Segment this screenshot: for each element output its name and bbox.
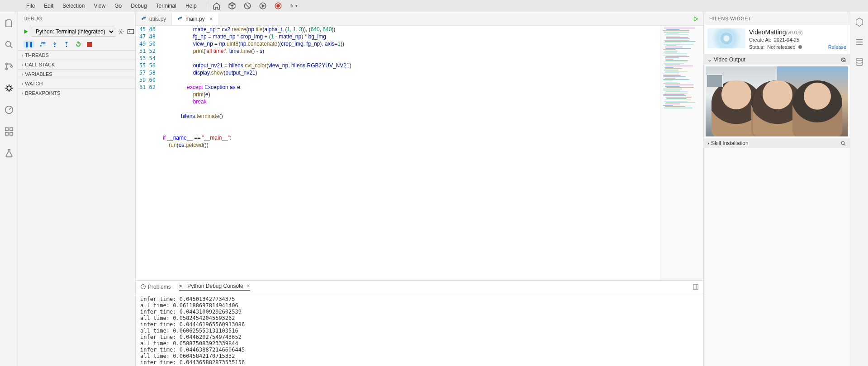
svg-point-21 (179, 17, 180, 18)
section-breakpoints[interactable]: ›BREAKPOINTS (18, 88, 135, 98)
panel-tab-problems[interactable]: Problems (140, 284, 171, 290)
section-watch[interactable]: ›WATCH (18, 79, 135, 88)
tab-main-py[interactable]: main.py× (172, 12, 218, 25)
svg-point-18 (54, 46, 55, 47)
extensions-icon[interactable] (4, 126, 14, 137)
list-icon[interactable] (854, 37, 865, 47)
panel-tab-label: Python Debug Console (187, 283, 243, 289)
section-variables[interactable]: ›VARIABLES (18, 69, 135, 79)
no-debug-icon[interactable] (243, 2, 251, 10)
output-icon[interactable] (127, 29, 134, 34)
reload-icon[interactable] (840, 57, 846, 63)
chevron-right-icon: › (22, 81, 23, 86)
tab-label: utils.py (149, 16, 166, 22)
svg-point-17 (40, 46, 41, 47)
pause-icon[interactable]: ❚❚ (24, 41, 34, 47)
cube-icon[interactable] (228, 2, 236, 10)
menu-go[interactable]: Go (110, 1, 126, 11)
svg-rect-14 (9, 132, 12, 135)
run-icon[interactable] (693, 16, 699, 22)
section-label: CALL STACK (25, 62, 55, 67)
panel-layout-icon[interactable] (693, 284, 699, 290)
git-icon[interactable] (4, 61, 14, 72)
install-section-label: Skill Installation (711, 140, 749, 146)
code-area[interactable]: matte_np = cv2.resize(np.tile(alpha_t, (… (163, 26, 660, 280)
chevron-right-icon: › (22, 62, 23, 67)
gear-dropdown-icon[interactable]: ▾ (289, 2, 298, 10)
play-circle-icon[interactable] (259, 2, 267, 10)
tab-utils-py[interactable]: utils.py (136, 12, 172, 25)
stop-icon[interactable] (87, 42, 92, 47)
created-label: Create At: (749, 36, 771, 43)
console-output[interactable]: infer time: 0.045013427734375 all time: … (136, 293, 703, 366)
editor-column: utils.pymain.py× 45 46 47 48 49 50 51 52… (136, 12, 703, 366)
section-label: BREAKPOINTS (25, 90, 60, 96)
debug-sidebar: DEBUG Python: Terminal (integrated) ❚❚ ›… (18, 12, 136, 366)
svg-rect-23 (693, 284, 698, 289)
home-icon[interactable] (213, 2, 221, 10)
menu-file[interactable]: File (22, 1, 39, 11)
menu-terminal[interactable]: Terminal (152, 1, 181, 11)
configure-icon[interactable] (118, 28, 124, 35)
search-icon[interactable] (4, 39, 14, 50)
main-menu: FileEditSelectionViewGoDebugTerminalHelp (22, 1, 201, 11)
flask-icon[interactable] (4, 148, 14, 159)
debug-config-select[interactable]: Python: Terminal (integrated) (32, 27, 115, 37)
menu-view[interactable]: View (89, 1, 110, 11)
warning-icon (140, 284, 146, 290)
svg-point-19 (66, 46, 67, 47)
svg-point-3 (277, 5, 280, 7)
panel-tab-python-debug-console[interactable]: >_Python Debug Console× (179, 283, 250, 291)
right-activity-bar (850, 12, 868, 366)
separator (207, 1, 207, 10)
skill-name: VideoMatting (749, 28, 786, 36)
panel-tab-label: Problems (148, 284, 171, 290)
debug-config-row: Python: Terminal (integrated) (18, 25, 135, 38)
menu-help[interactable]: Help (181, 1, 201, 11)
menu-selection[interactable]: Selection (58, 1, 89, 11)
record-icon[interactable] (274, 2, 282, 10)
search-small-icon[interactable] (840, 141, 846, 146)
chevron-right-icon: › (22, 91, 23, 96)
skill-info: VideoMatting(v0.0.6) Create At: 2021-04-… (749, 28, 846, 51)
menu-edit[interactable]: Edit (39, 1, 58, 11)
person-figure (792, 80, 842, 136)
hilens-widget-panel: HILENS WIDGET VideoMatting(v0.0.6) Creat… (703, 12, 850, 366)
step-into-icon[interactable] (52, 41, 58, 47)
section-call-stack[interactable]: ›CALL STACK (18, 60, 135, 69)
chevron-right-icon: › (707, 140, 709, 146)
debug-toolbar: ❚❚ (18, 38, 135, 50)
video-output-section[interactable]: ⌄ Video Output (704, 55, 850, 65)
sidebar-title: DEBUG (18, 12, 135, 25)
skill-install-section[interactable]: › Skill Installation (704, 138, 850, 148)
toolbar-icons: ▾ (213, 2, 298, 10)
svg-point-7 (5, 68, 7, 70)
step-out-icon[interactable] (63, 41, 70, 47)
menu-debug[interactable]: Debug (126, 1, 151, 11)
svg-rect-13 (5, 132, 8, 135)
created-value: 2021-04-25 (774, 36, 799, 43)
svg-rect-16 (128, 29, 133, 33)
video-output (706, 66, 848, 136)
status-dot-icon (798, 45, 802, 49)
svg-point-26 (841, 141, 844, 145)
files-icon[interactable] (4, 18, 14, 28)
debug-icon[interactable] (4, 83, 14, 94)
close-icon[interactable]: × (209, 15, 213, 23)
svg-point-25 (723, 35, 729, 41)
restart-icon[interactable] (75, 41, 81, 47)
section-label: WATCH (25, 81, 43, 86)
top-menu-bar: FileEditSelectionViewGoDebugTerminalHelp… (0, 0, 868, 12)
section-threads[interactable]: ›THREADS (18, 50, 135, 60)
minimap[interactable] (660, 26, 703, 280)
section-label: THREADS (25, 52, 49, 58)
step-over-icon[interactable] (40, 41, 46, 47)
hexagon-icon[interactable] (854, 17, 865, 28)
release-link[interactable]: Release (828, 43, 846, 51)
svg-point-27 (856, 58, 863, 61)
close-icon[interactable]: × (247, 283, 250, 289)
start-debug-button[interactable] (23, 28, 29, 35)
gauge-icon[interactable] (4, 104, 14, 115)
video-section-label: Video Output (714, 56, 745, 63)
database-icon[interactable] (854, 56, 865, 67)
